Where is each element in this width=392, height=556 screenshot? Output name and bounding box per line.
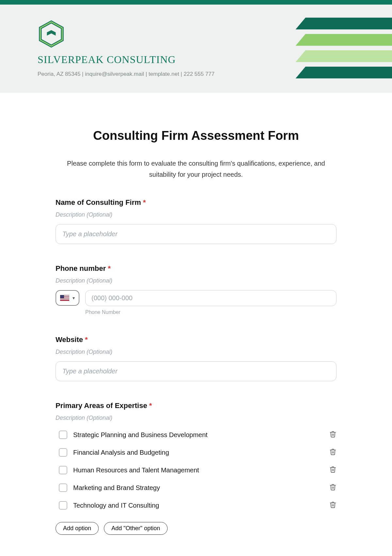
form-main: Consulting Firm Assessment Form Please c… [49, 93, 343, 556]
add-other-option-button[interactable]: Add "Other" option [104, 522, 168, 535]
expertise-option-row: Technology and IT Consulting [56, 498, 336, 515]
expertise-option-row: Strategic Planning and Business Developm… [56, 427, 336, 445]
required-mark: * [85, 335, 88, 344]
website-input[interactable] [56, 361, 336, 381]
field-label-website: Website * [56, 335, 336, 344]
brand-logo-icon [38, 20, 65, 48]
form-title: Consulting Firm Assessment Form [56, 129, 336, 143]
option-label[interactable]: Technology and IT Consulting [73, 502, 159, 509]
top-accent-bar [0, 0, 392, 5]
field-label-firm-name: Name of Consulting Firm * [56, 198, 336, 207]
field-website: Website * Description (Optional) [56, 335, 336, 381]
checkbox[interactable] [59, 431, 67, 439]
firm-name-input[interactable] [56, 224, 336, 244]
trash-icon[interactable] [329, 501, 336, 510]
header: SilverPeak Consulting Peoria, AZ 85345 |… [0, 5, 392, 93]
trash-icon[interactable] [329, 431, 336, 439]
trash-icon[interactable] [329, 448, 336, 457]
phone-input[interactable] [85, 290, 336, 306]
field-label-expertise: Primary Areas of Expertise * [56, 401, 336, 410]
label-text: Primary Areas of Expertise [56, 401, 147, 410]
field-firm-name: Name of Consulting Firm * Description (O… [56, 198, 336, 244]
checkbox[interactable] [59, 466, 67, 474]
trash-icon[interactable] [329, 483, 336, 492]
description-placeholder[interactable]: Description (Optional) [56, 211, 336, 218]
trash-icon[interactable] [329, 466, 336, 474]
form-intro: Please complete this form to evaluate th… [56, 158, 336, 180]
expertise-option-row: Human Resources and Talent Management [56, 463, 336, 480]
checkbox[interactable] [59, 483, 67, 492]
expertise-option-row: Marketing and Brand Strategy [56, 480, 336, 498]
required-mark: * [143, 198, 146, 206]
add-option-button[interactable]: Add option [56, 522, 99, 535]
country-code-select[interactable]: ▾ [56, 290, 79, 306]
option-label[interactable]: Human Resources and Talent Management [73, 466, 199, 474]
required-mark: * [108, 264, 111, 272]
svg-marker-1 [40, 22, 62, 46]
label-text: Website [56, 335, 83, 344]
required-mark: * [149, 401, 152, 410]
label-text: Name of Consulting Firm [56, 198, 141, 206]
option-label[interactable]: Financial Analysis and Budgeting [73, 449, 169, 456]
option-label[interactable]: Strategic Planning and Business Developm… [73, 431, 207, 439]
option-label[interactable]: Marketing and Brand Strategy [73, 484, 160, 492]
us-flag-icon [60, 295, 69, 301]
checkbox[interactable] [59, 501, 67, 510]
expertise-options: Strategic Planning and Business Developm… [56, 427, 336, 515]
expertise-option-row: Financial Analysis and Budgeting [56, 445, 336, 463]
label-text: Phone number [56, 264, 106, 272]
phone-sub-label: Phone Number [85, 309, 336, 315]
field-label-phone: Phone number * [56, 264, 336, 273]
checkbox[interactable] [59, 448, 67, 457]
chevron-down-icon: ▾ [73, 295, 75, 301]
description-placeholder[interactable]: Description (Optional) [56, 349, 336, 355]
field-phone: Phone number * Description (Optional) ▾ … [56, 264, 336, 315]
description-placeholder[interactable]: Description (Optional) [56, 277, 336, 284]
description-placeholder[interactable]: Description (Optional) [56, 415, 336, 421]
field-expertise: Primary Areas of Expertise * Description… [56, 401, 336, 535]
